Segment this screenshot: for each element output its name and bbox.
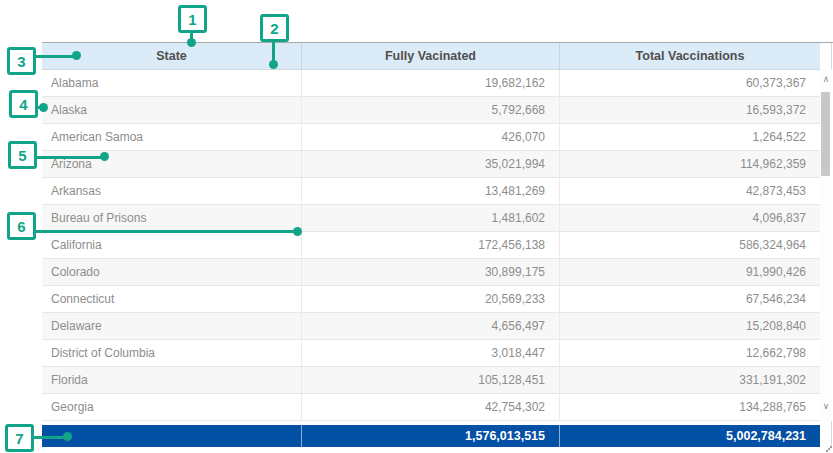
callout-3-dot [72,51,81,60]
table-row-alabama[interactable]: Alabama 19,682,162 60,373,367 [42,70,820,97]
callout-5-dot [100,152,109,161]
callout-3: 3 [7,47,36,75]
table-row-colorado[interactable]: Colorado 30,899,175 91,990,426 [42,259,820,286]
cell-fully-vaccinated: 19,682,162 [301,70,559,96]
cell-fully-vaccinated: 13,481,269 [301,178,559,204]
table-row-delaware[interactable]: Delaware 4,656,497 15,208,840 [42,313,820,340]
cell-fully-vaccinated: 30,899,175 [301,259,559,285]
cell-total-vaccinations: 60,373,367 [559,70,820,96]
column-header-fully-vaccinated[interactable]: Fully Vacinated [301,43,559,69]
cell-state: Alaska [42,97,301,123]
table-row-district-of-columbia[interactable]: District of Columbia 3,018,447 12,662,79… [42,340,820,367]
cell-fully-vaccinated: 3,018,447 [301,340,559,366]
cell-state: Colorado [42,259,301,285]
summary-cell-total-vaccinations: 5,002,784,231 [559,425,820,447]
table-row-american-samoa[interactable]: American Samoa 426,070 1,264,522 [42,124,820,151]
column-header-total-vaccinations[interactable]: Total Vaccinations [559,43,820,69]
cell-state: District of Columbia [42,340,301,366]
table-row-arkansas[interactable]: Arkansas 13,481,269 42,873,453 [42,178,820,205]
summary-row: 1,576,013,515 5,002,784,231 [42,425,820,447]
cell-total-vaccinations: 16,593,372 [559,97,820,123]
table-row-florida[interactable]: Florida 105,128,451 331,191,302 [42,367,820,394]
cell-fully-vaccinated: 105,128,451 [301,367,559,393]
cell-fully-vaccinated: 5,792,668 [301,97,559,123]
table-row-california[interactable]: California 172,456,138 586,324,964 [42,232,820,259]
table-row-connecticut[interactable]: Connecticut 20,569,233 67,546,234 [42,286,820,313]
cell-total-vaccinations: 4,096,837 [559,205,820,231]
callout-2-dot [269,60,278,69]
vertical-scrollbar[interactable]: ∧ ∨ [820,70,832,421]
cell-fully-vaccinated: 4,656,497 [301,313,559,339]
cell-fully-vaccinated: 1,481,602 [301,205,559,231]
cell-total-vaccinations: 114,962,359 [559,151,820,177]
cell-total-vaccinations: 331,191,302 [559,367,820,393]
cell-state: Georgia [42,394,301,420]
table-row-georgia[interactable]: Georgia 42,754,302 134,288,765 [42,394,820,421]
callout-5-line [37,156,106,159]
callout-4-dot [39,103,48,112]
cell-total-vaccinations: 12,662,798 [559,340,820,366]
cell-total-vaccinations: 67,546,234 [559,286,820,312]
cell-state: California [42,232,301,258]
table-body: Alabama 19,682,162 60,373,367 Alaska 5,7… [42,70,820,421]
cell-state: Arizona [42,151,301,177]
callout-6-dot [293,227,302,236]
callout-1-dot [187,38,196,47]
cell-total-vaccinations: 586,324,964 [559,232,820,258]
callout-7: 7 [5,424,34,452]
scrollbar-thumb[interactable] [821,92,830,176]
cell-total-vaccinations: 15,208,840 [559,313,820,339]
table-row-alaska[interactable]: Alaska 5,792,668 16,593,372 [42,97,820,124]
cell-state: Florida [42,367,301,393]
cell-total-vaccinations: 134,288,765 [559,394,820,420]
callout-5: 5 [8,141,37,169]
cell-fully-vaccinated: 172,456,138 [301,232,559,258]
callout-2: 2 [260,14,289,42]
table-view: State Fully Vacinated Total Vaccinations… [0,0,833,453]
table-row-arizona[interactable]: Arizona 35,021,994 114,962,359 [42,151,820,178]
cell-state: Connecticut [42,286,301,312]
cell-state: Alabama [42,70,301,96]
cell-fully-vaccinated: 20,569,233 [301,286,559,312]
callout-7-dot [63,432,72,441]
cell-state: American Samoa [42,124,301,150]
cell-state: Arkansas [42,178,301,204]
callout-6: 6 [7,212,36,240]
cell-total-vaccinations: 1,264,522 [559,124,820,150]
callout-1: 1 [178,5,207,33]
callout-6-line [36,230,299,233]
cell-total-vaccinations: 91,990,426 [559,259,820,285]
scrollbar-up-icon[interactable]: ∧ [820,72,832,86]
table-header-row: State Fully Vacinated Total Vaccinations [42,43,820,70]
cell-state: Bureau of Prisons [42,205,301,231]
table-row-bureau-of-prisons[interactable]: Bureau of Prisons 1,481,602 4,096,837 [42,205,820,232]
cell-fully-vaccinated: 35,021,994 [301,151,559,177]
callout-4: 4 [9,90,38,118]
cell-total-vaccinations: 42,873,453 [559,178,820,204]
summary-cell-state [42,425,301,447]
cell-state: Delaware [42,313,301,339]
cell-fully-vaccinated: 42,754,302 [301,394,559,420]
cell-fully-vaccinated: 426,070 [301,124,559,150]
summary-cell-fully-vaccinated: 1,576,013,515 [301,425,559,447]
scrollbar-down-icon[interactable]: ∨ [820,399,832,413]
